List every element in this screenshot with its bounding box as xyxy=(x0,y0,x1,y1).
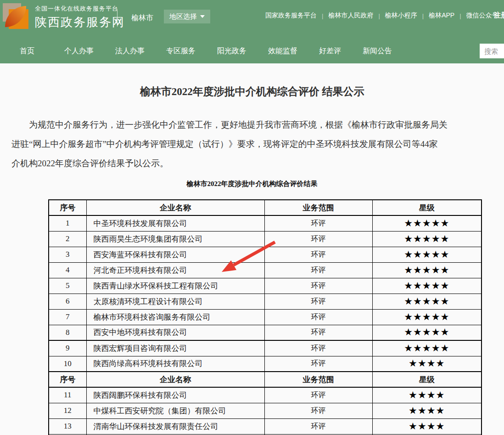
cell-name: 陕西雨昊生态环境集团有限公司 xyxy=(86,231,264,247)
search-box xyxy=(480,44,504,58)
cell-no: 2 xyxy=(49,231,86,247)
cell-stars: ★★★★★ xyxy=(372,247,482,262)
nav-item-5[interactable]: 效能监督 xyxy=(268,46,297,56)
table-row: 13渭南华山环保科技发展有限责任公司环评★★★★ xyxy=(49,418,482,434)
cell-scope: 环评 xyxy=(264,247,372,262)
table-row: 11陕西阔鹏环保科技有限公司环评★★★★ xyxy=(49,387,482,403)
cell-name: 陕西尚绿高科环境科技有限公司 xyxy=(86,356,264,372)
cell-no: 9 xyxy=(49,340,86,356)
top-link-2[interactable]: 榆林小程序 xyxy=(385,11,417,20)
top-link-1[interactable]: 榆林市人民政府 xyxy=(328,11,373,20)
paragraph-line: 介机构2022年度综合评价结果予以公示。 xyxy=(11,154,504,173)
cell-scope: 环评 xyxy=(264,294,372,309)
table-row: 7榆林市环境科技咨询服务有限公司环评★★★★★ xyxy=(49,309,482,325)
site-header: 全国一体化在线政务服务平台 陕西政务服务网 榆林市 地区选择 国家政务服务平台|… xyxy=(0,0,504,39)
article-paragraph: 为规范中介服务行为，进一步强化中介监管工作，更好地提升我市营商环境，根据《榆林市… xyxy=(11,115,504,173)
cell-scope: 环评 xyxy=(264,387,372,403)
cell-stars: ★★★★★ xyxy=(372,231,482,247)
nav-item-4[interactable]: 阳光政务 xyxy=(217,46,246,56)
top-link-3[interactable]: 榆林APP xyxy=(429,11,454,20)
cell-no: 8 xyxy=(49,325,86,340)
cell-name: 榆林市环境科技咨询服务有限公司 xyxy=(86,309,264,325)
cell-name: 渭南华山环保科技发展有限责任公司 xyxy=(86,418,264,434)
cell-scope: 环评 xyxy=(264,215,372,231)
column-header: 星级 xyxy=(372,200,482,215)
cell-no: 1 xyxy=(49,215,86,231)
table-caption: 榆林市2022年度涉批中介机构综合评价结果 xyxy=(0,180,504,188)
cell-scope: 环评 xyxy=(264,418,372,434)
cell-stars: ★★★★ xyxy=(372,403,482,418)
search-input[interactable] xyxy=(480,44,504,58)
cell-stars: ★★★★★ xyxy=(372,294,482,309)
top-link-divider: | xyxy=(322,12,323,19)
table-row: 1中圣环境科技发展有限公司环评★★★★★ xyxy=(49,215,482,231)
table-row: 9陕西宏辉项目咨询有限公司环评★★★★★ xyxy=(49,340,482,356)
column-header: 业务范围 xyxy=(264,372,372,387)
cell-no: 3 xyxy=(49,247,86,262)
cell-stars: ★★★★★ xyxy=(372,309,482,325)
table-row: 6太原核清环境工程设计有限公司环评★★★★★ xyxy=(49,294,482,309)
cell-no: 11 xyxy=(49,387,86,403)
nav-menu: 首页个人办事法人办事专区服务阳光政务效能监督好差评新闻公告 xyxy=(20,39,392,63)
cell-name: 中煤科工西安研究院（集团）有限公司 xyxy=(86,403,264,418)
column-header: 业务范围 xyxy=(264,200,372,215)
cell-stars: ★★★★★ xyxy=(372,215,482,231)
column-header: 序号 xyxy=(49,200,86,215)
top-link-0[interactable]: 国家政务服务平台 xyxy=(265,11,317,20)
column-header: 企业名称 xyxy=(86,372,264,387)
region-selector-button[interactable]: 地区选择 xyxy=(164,10,210,23)
site-name: 陕西政务服务网 xyxy=(35,14,125,30)
cell-no: 7 xyxy=(49,309,86,325)
main-navigation: 首页个人办事法人办事专区服务阳光政务效能监督好差评新闻公告 xyxy=(0,39,504,63)
register-link[interactable]: 注册 xyxy=(494,11,504,20)
page-title: 榆林市2022年度涉批中介机构综合评价 结果公示 xyxy=(0,85,504,99)
nav-item-3[interactable]: 专区服务 xyxy=(166,46,196,56)
cell-stars: ★★★★★ xyxy=(372,278,482,294)
column-header: 序号 xyxy=(49,372,86,387)
table-row: 5陕西青山绿水环保科技工程有限公司环评★★★★★ xyxy=(49,278,482,294)
cell-name: 陕西阔鹏环保科技有限公司 xyxy=(86,387,264,403)
cell-scope: 环评 xyxy=(264,262,372,278)
nav-item-1[interactable]: 个人办事 xyxy=(64,46,94,56)
cell-name: 河北奇正环境科技有限公司 xyxy=(86,262,264,278)
cell-no: 6 xyxy=(49,294,86,309)
platform-label: 全国一体化在线政务服务平台 xyxy=(35,5,125,13)
cell-name: 西安中地环境科技有限公司 xyxy=(86,325,264,340)
results-table: 序号企业名称业务范围星级1中圣环境科技发展有限公司环评★★★★★2陕西雨昊生态环… xyxy=(48,199,482,435)
cell-scope: 环评 xyxy=(264,340,372,356)
column-header: 企业名称 xyxy=(86,200,264,215)
cell-no: 12 xyxy=(49,403,86,418)
nav-item-6[interactable]: 好差评 xyxy=(319,46,341,56)
announcement-document: 榆林市2022年度涉批中介机构综合评价 结果公示 为规范中介服务行为，进一步强化… xyxy=(0,85,504,435)
cell-scope: 环评 xyxy=(264,309,372,325)
cell-stars: ★★★★★ xyxy=(372,262,482,278)
cell-name: 太原核清环境工程设计有限公司 xyxy=(86,294,264,309)
top-link-divider: | xyxy=(378,12,380,19)
cell-name: 陕西青山绿水环保科技工程有限公司 xyxy=(86,278,264,294)
cell-stars: ★★★★ xyxy=(372,387,482,403)
cell-name: 中圣环境科技发展有限公司 xyxy=(86,215,264,231)
cell-no: 4 xyxy=(49,262,86,278)
table-row: 3西安海蓝环保科技有限公司环评★★★★★ xyxy=(49,247,482,262)
cell-no: 13 xyxy=(49,418,86,434)
cell-stars: ★★★★ xyxy=(372,356,482,372)
brand-divider xyxy=(117,9,118,27)
cell-scope: 环评 xyxy=(264,325,372,340)
top-links: 国家政务服务平台|榆林市人民政府|榆林小程序|榆林APP|微信公众号 xyxy=(265,11,498,20)
nav-item-2[interactable]: 法人办事 xyxy=(115,46,145,56)
table-header-row: 序号企业名称业务范围星级 xyxy=(49,200,482,215)
chevron-down-icon xyxy=(200,15,205,18)
cell-scope: 环评 xyxy=(264,231,372,247)
column-header: 星级 xyxy=(372,372,482,387)
brand-block: 全国一体化在线政务服务平台 陕西政务服务网 xyxy=(35,5,125,30)
site-logo[interactable] xyxy=(3,3,28,29)
paragraph-line: 为规范中介服务行为，进一步强化中介监管工作，更好地提升我市营商环境，根据《榆林市… xyxy=(11,115,504,135)
cell-scope: 环评 xyxy=(264,403,372,418)
top-link-divider: | xyxy=(459,12,461,19)
table-row: 10陕西尚绿高科环境科技有限公司环评★★★★ xyxy=(49,356,482,372)
cell-stars: ★★★★ xyxy=(372,418,482,434)
nav-item-0[interactable]: 首页 xyxy=(20,46,34,56)
cell-no: 5 xyxy=(49,278,86,294)
cell-name: 西安海蓝环保科技有限公司 xyxy=(86,247,264,262)
nav-item-7[interactable]: 新闻公告 xyxy=(363,46,392,56)
